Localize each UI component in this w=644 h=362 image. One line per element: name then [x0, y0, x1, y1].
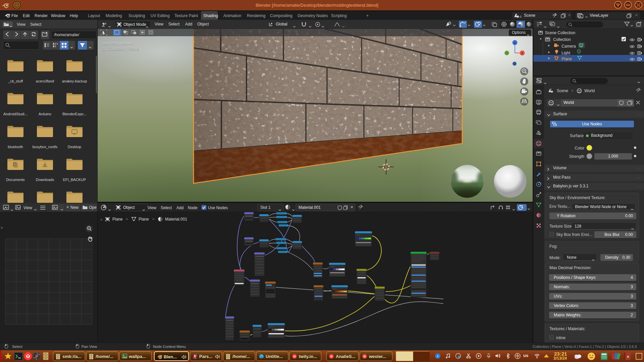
svg-text:Z: Z [514, 41, 516, 45]
svg-text:X: X [521, 52, 523, 55]
svg-text:a: a [627, 354, 629, 359]
